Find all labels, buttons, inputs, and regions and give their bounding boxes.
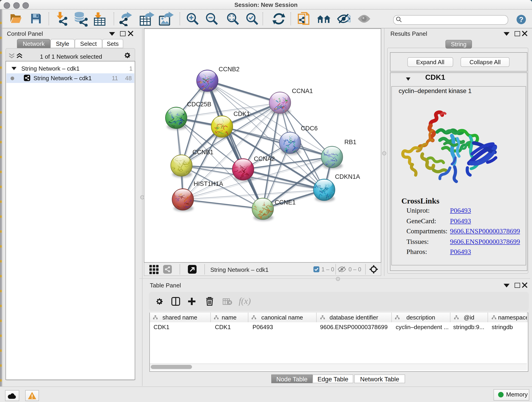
svg-text:CCNE1: CCNE1 xyxy=(274,199,296,206)
svg-text:CDKN1A: CDKN1A xyxy=(335,173,360,180)
svg-text:HIST1H1A: HIST1H1A xyxy=(193,180,223,187)
svg-text:CDK1: CDK1 xyxy=(233,110,250,117)
svg-text:CDC25B: CDC25B xyxy=(187,101,211,108)
svg-text:RB1: RB1 xyxy=(344,138,356,145)
svg-text:CCNB2: CCNB2 xyxy=(218,65,239,72)
svg-text:?: ? xyxy=(519,15,524,23)
svg-text:CCNA1: CCNA1 xyxy=(292,87,313,94)
svg-text:CCNA2: CCNA2 xyxy=(254,155,275,162)
svg-text:CDC6: CDC6 xyxy=(301,125,317,132)
svg-text:CCNB1: CCNB1 xyxy=(192,148,213,155)
